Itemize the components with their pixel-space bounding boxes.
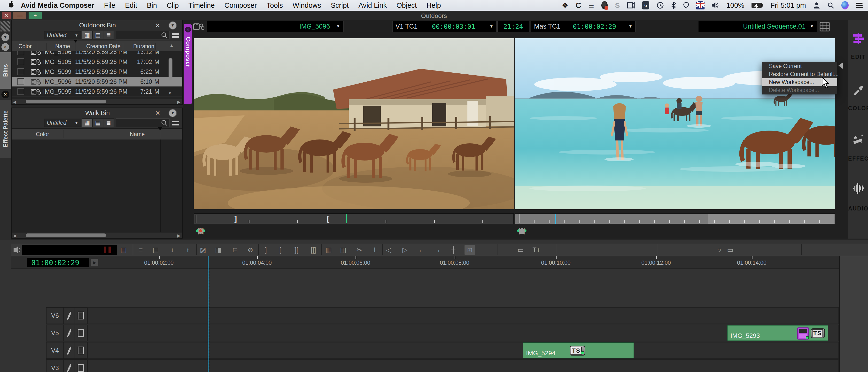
uk-flag-input-icon[interactable] <box>696 1 705 9</box>
window-add-tab[interactable]: + <box>29 11 42 20</box>
track-select-button[interactable]: V4 <box>46 342 64 359</box>
sort-ascending-icon[interactable]: ▲ <box>169 43 174 48</box>
bin-vertical-scrollbar[interactable] <box>168 58 173 80</box>
script-view-button[interactable]: ≣ <box>103 118 114 127</box>
composer-dock-tab[interactable]: ✕ Composer <box>184 24 192 104</box>
camera-icon[interactable] <box>627 1 635 9</box>
scroll-right-icon[interactable]: ▶ <box>177 99 180 104</box>
bin-search-input[interactable] <box>116 118 169 127</box>
menu-item[interactable]: File <box>104 1 115 9</box>
clip-color-checkbox[interactable] <box>18 68 24 75</box>
sidebar-item-bins[interactable]: Bins <box>0 52 11 89</box>
column-header-duration[interactable]: Duration <box>133 43 154 50</box>
track-lane[interactable] <box>87 324 839 341</box>
magic-wand-icon[interactable] <box>853 134 864 144</box>
recording-app-icon[interactable] <box>601 1 608 9</box>
track-lane[interactable] <box>87 360 839 372</box>
bin-fast-menu-button[interactable]: ▼ <box>168 21 177 30</box>
clip-color-checkbox[interactable] <box>18 51 24 55</box>
bin-clip-list-empty[interactable] <box>11 140 182 232</box>
timeline-view-icon[interactable] <box>819 22 830 31</box>
sidebar-item-edit[interactable]: EDIT <box>848 54 868 60</box>
panel-collapse-arrow-icon[interactable] <box>838 62 843 69</box>
IMG_5105[interactable]: IMG_5105 11/5/20 5:59:26 PM 17:02 M <box>11 57 182 67</box>
track-select-button[interactable]: V3 <box>46 360 64 372</box>
effect-palette-close-button[interactable]: ✕ <box>1 91 9 98</box>
timeline-clip[interactable]: IMG_5294 TS <box>523 342 634 359</box>
menu-item[interactable]: Timeline <box>188 1 215 9</box>
user-account-icon[interactable] <box>813 1 820 9</box>
column-header-name[interactable]: Name <box>130 131 145 137</box>
splice-in-button[interactable]: ↓ <box>167 245 178 255</box>
nudge-left-button[interactable]: ← <box>416 245 427 255</box>
source-tracking-menu[interactable]: V1 TC1 00:00:03:01 ▼ <box>392 21 496 32</box>
edit-mode-icon[interactable] <box>853 33 864 44</box>
mark-in-button[interactable]: [ <box>275 245 285 255</box>
dock-drag-handle[interactable] <box>0 21 10 31</box>
track-monitor-cell[interactable] <box>74 342 87 359</box>
IMG_5106[interactable]: IMG_5106 11/5/20 5:59:26 PM 13:12 M <box>11 51 182 57</box>
frame-view-button[interactable]: ▤ <box>93 31 103 39</box>
timewarp-effect-icon[interactable]: TS <box>569 346 585 355</box>
clip-color-checkbox[interactable] <box>18 78 24 85</box>
calendar-icon[interactable]: 6 <box>642 1 649 9</box>
effect-mode-button[interactable]: ▨ <box>197 245 208 255</box>
bin-preset-dropdown[interactable]: Untitled▼ <box>44 119 81 127</box>
add-edit-button[interactable]: ✂ <box>515 225 528 236</box>
record-tracking-menu[interactable]: Mas TC1 01:00:02:29 ▼ <box>531 21 636 32</box>
notification-center-icon[interactable] <box>856 1 863 9</box>
cut-button[interactable]: ✂ <box>354 245 365 255</box>
track-record-cell[interactable] <box>63 324 75 341</box>
audio-settings-icon[interactable]: ⚌ <box>589 1 594 9</box>
menu-item[interactable]: Object <box>397 1 417 9</box>
c-app-icon[interactable]: C <box>576 1 581 9</box>
bin-close-icon[interactable]: ✕ <box>155 110 160 117</box>
sequence-name-menu[interactable]: Untitled Sequence.01 ▼ <box>698 21 817 32</box>
timeline-ruler[interactable]: 01:00:02:0001:00:04:0001:00:06:0001:00:0… <box>11 256 868 269</box>
bins-fast-menu-button[interactable]: ▼ <box>1 33 9 41</box>
add-edit-button[interactable]: ╂ <box>448 245 459 255</box>
source-position-indicator[interactable] <box>346 214 347 223</box>
scroll-down-icon[interactable]: ▼ <box>168 91 172 95</box>
time-machine-icon[interactable] <box>657 1 664 9</box>
menu-item[interactable]: Help <box>427 1 441 9</box>
trim-mode-button[interactable]: ⊟ <box>230 245 241 255</box>
apple-logo-icon[interactable] <box>8 1 14 10</box>
window-minimize-tab[interactable]: — <box>13 11 26 20</box>
menu-item[interactable]: Edit <box>125 1 137 9</box>
scroll-left-icon[interactable]: ◀ <box>13 233 16 238</box>
track-monitor-cell[interactable] <box>74 324 87 341</box>
motion-effect-button[interactable]: ▤ <box>150 245 161 255</box>
track-record-cell[interactable] <box>63 360 75 372</box>
text-view-button[interactable]: ▦ <box>82 118 93 127</box>
column-header-creation-date[interactable]: Creation Date <box>86 43 121 50</box>
timecode-play-button[interactable]: ▶ <box>91 259 98 267</box>
mark-clip-button[interactable]: ][ <box>291 245 302 255</box>
timewarp-effect-icon[interactable]: TS <box>811 329 825 338</box>
dropbox-icon[interactable]: ❖ <box>562 1 568 9</box>
keyboard-palette-button[interactable]: ▭ <box>516 245 526 255</box>
bin-preset-dropdown[interactable]: Untitled▼ <box>44 31 81 39</box>
window-close-button[interactable]: ✕ <box>2 11 11 20</box>
waveform-icon[interactable] <box>853 183 864 194</box>
audio-monitor-icon[interactable] <box>13 246 22 254</box>
IMG_5095[interactable]: IMG_5095 11/5/20 5:59:26 PM 7:21 M <box>11 87 182 97</box>
column-header-name[interactable]: Name <box>55 43 70 50</box>
menu-item[interactable]: Bin <box>147 1 157 9</box>
track-record-cell[interactable] <box>63 342 75 359</box>
track-select-button[interactable]: V5 <box>46 324 64 341</box>
focus-button[interactable]: ○ <box>714 245 724 255</box>
record-position-bar[interactable] <box>515 213 835 224</box>
bin-close-icon[interactable]: ✕ <box>155 22 160 29</box>
column-header-color[interactable]: Color <box>36 131 49 137</box>
battery-icon[interactable] <box>751 1 763 9</box>
sidebar-item-effect-palette[interactable]: Effect Palette <box>0 100 11 158</box>
nudge-right-button[interactable]: → <box>432 245 443 255</box>
s-app-icon[interactable]: S <box>615 1 620 9</box>
bins-close-button[interactable]: ✕ <box>1 43 9 51</box>
clip-color-checkbox[interactable] <box>18 88 24 95</box>
column-header-color[interactable]: Color <box>19 43 32 50</box>
sidebar-item-color[interactable]: COLOR <box>848 105 868 112</box>
grid-button[interactable]: ▦ <box>323 245 334 255</box>
picture-in-picture-effect-icon[interactable] <box>797 328 809 340</box>
